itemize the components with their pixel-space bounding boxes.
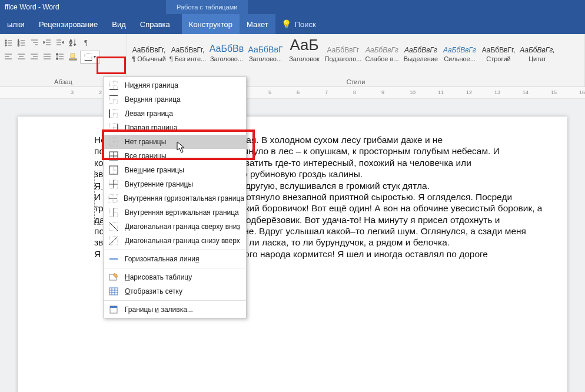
style-item[interactable]: АаБбВвГгСлабое в... xyxy=(363,36,401,64)
menu-item-label: Диагональная граница снизу вверх xyxy=(125,237,240,245)
show-marks-button[interactable]: ¶ xyxy=(80,36,92,48)
bullets-button[interactable] xyxy=(2,36,14,48)
style-item[interactable]: АаБбВвГгВыделение xyxy=(401,36,440,64)
bulb-icon: 💡 xyxy=(281,19,291,29)
style-item[interactable]: АаБбВвГг,Строгий xyxy=(479,36,518,64)
borders-dropdown: Нижняя границаВерхняя границаЛевая грани… xyxy=(103,77,247,318)
tab-design[interactable]: Конструктор xyxy=(182,14,240,34)
menu-item-label: Внутренняя вертикальная граница xyxy=(125,208,239,217)
bottom-border-icon xyxy=(108,80,119,91)
justify-button[interactable] xyxy=(41,51,53,62)
style-name: Слабое в... xyxy=(365,55,398,62)
menu-item-draw[interactable]: Нарисовать таблицу xyxy=(104,270,246,284)
left-border-icon xyxy=(108,108,119,119)
menu-item-diag-up[interactable]: Диагональная граница снизу вверх xyxy=(104,234,246,248)
tell-me-search[interactable]: 💡 Поиск xyxy=(275,14,322,34)
style-name: Заголово... xyxy=(249,55,282,62)
tab-links[interactable]: ылки xyxy=(0,14,32,34)
style-name: Цитат xyxy=(529,55,546,62)
grid-border-icon xyxy=(108,286,119,297)
borders-button[interactable]: ▾ xyxy=(80,51,100,64)
none-border-icon xyxy=(108,137,119,147)
top-border-icon xyxy=(108,94,119,105)
tab-help[interactable]: Справка xyxy=(133,14,177,34)
menu-item-bottom[interactable]: Нижняя граница xyxy=(104,78,246,92)
right-border-icon xyxy=(108,122,119,133)
tab-layout[interactable]: Макет xyxy=(240,14,275,34)
borders-icon xyxy=(84,53,92,61)
ruler-mark: 2 xyxy=(99,89,102,95)
menu-item-label: Верхняя граница xyxy=(125,95,181,104)
draw-border-icon xyxy=(108,272,119,283)
svg-line-83 xyxy=(109,222,118,231)
tab-view[interactable]: Вид xyxy=(105,14,133,34)
svg-rect-46 xyxy=(85,54,92,61)
chevron-down-icon: ▾ xyxy=(94,55,96,59)
svg-marker-22 xyxy=(62,41,64,44)
style-preview: АаБбВвГг, xyxy=(482,38,516,54)
svg-text:Z: Z xyxy=(69,42,72,46)
menu-item-label: Диагональная граница сверху вниз xyxy=(125,222,240,231)
menu-item-outside[interactable]: Внешние границы xyxy=(104,163,246,177)
menu-item-label: Правая граница xyxy=(125,124,177,132)
menu-item-label: Отобразить сетку xyxy=(125,287,182,295)
menu-item-label: Все границы xyxy=(125,152,167,160)
contextual-tab-label: Работа с таблицами xyxy=(166,0,248,14)
menu-item-label: Внешние границы xyxy=(125,166,184,174)
numbering-button[interactable]: 123 xyxy=(15,36,27,48)
svg-point-2 xyxy=(5,42,6,44)
menu-item-none[interactable]: Нет границы xyxy=(104,135,246,149)
outside-border-icon xyxy=(108,165,119,175)
style-item[interactable]: АаБбВвЗаголово... xyxy=(207,36,246,64)
multilevel-button[interactable] xyxy=(28,36,40,48)
menu-item-inner-v[interactable]: Внутренняя вертикальная граница xyxy=(104,205,246,220)
ruler-mark: 12 xyxy=(466,89,472,95)
style-item[interactable]: АаБбВвГг,Цитат xyxy=(518,36,557,64)
menu-item-top[interactable]: Верхняя граница xyxy=(104,92,246,107)
tab-review[interactable]: Рецензирование xyxy=(32,14,105,34)
menu-item-right[interactable]: Правая граница xyxy=(104,121,246,135)
style-name: ¶ Обычный xyxy=(132,55,166,62)
all-border-icon xyxy=(108,151,119,161)
inner-h-border-icon xyxy=(108,193,118,204)
style-item[interactable]: АаБбВвГгПодзаголо... xyxy=(324,36,363,64)
style-preview: АаБбВв xyxy=(210,38,244,54)
style-name: Заголовок xyxy=(289,55,320,62)
increase-indent-button[interactable] xyxy=(54,36,66,48)
align-left-button[interactable] xyxy=(2,51,14,62)
menu-item-diag-down[interactable]: Диагональная граница сверху вниз xyxy=(104,220,246,234)
style-item[interactable]: АаБбВвГгСильное... xyxy=(440,36,479,64)
page-area: Не е грибная. В холодном сухом лесу гриб… xyxy=(0,99,585,392)
ruler-mark: 11 xyxy=(438,89,444,95)
menu-item-dialog[interactable]: Границы и заливка... xyxy=(104,303,246,317)
dialog-border-icon xyxy=(108,304,119,315)
search-label: Поиск xyxy=(295,20,316,29)
style-preview: АаБбВвГг, xyxy=(520,38,554,54)
menu-item-hline[interactable]: Горизонтальная линия xyxy=(104,252,246,266)
menu-item-grid[interactable]: Отобразить сетку xyxy=(104,284,246,298)
menu-item-all[interactable]: Все границы xyxy=(104,149,246,163)
svg-marker-26 xyxy=(74,44,76,46)
ruler[interactable]: 3211234567891011121314151617 xyxy=(0,87,585,99)
align-right-button[interactable] xyxy=(28,51,40,62)
style-item[interactable]: АаБЗаголовок xyxy=(285,36,324,64)
svg-rect-88 xyxy=(109,288,118,295)
style-item[interactable]: АаБбВвГг,¶ Без инте... xyxy=(168,36,207,64)
style-item[interactable]: АаБбВвГг,¶ Обычный xyxy=(129,36,168,64)
style-preview: АаБбВвГг, xyxy=(132,38,166,54)
menu-item-label: Горизонтальная линия xyxy=(125,255,199,263)
align-center-button[interactable] xyxy=(15,51,27,62)
shading-button[interactable] xyxy=(67,51,79,62)
sort-button[interactable]: AZ xyxy=(67,36,79,48)
style-item[interactable]: АаБбВвГЗаголово... xyxy=(246,36,285,64)
line-spacing-button[interactable] xyxy=(54,51,66,62)
menu-item-label: Левая граница xyxy=(125,109,173,118)
svg-text:3: 3 xyxy=(18,44,19,46)
menu-item-left[interactable]: Левая граница xyxy=(104,107,246,121)
svg-point-4 xyxy=(5,45,6,46)
decrease-indent-button[interactable] xyxy=(41,36,53,48)
ribbon: 123 AZ ¶ ▾ Абзац АаБбВв xyxy=(0,34,585,87)
menu-item-inner-h[interactable]: Внутренняя горизонтальная граница xyxy=(104,191,246,205)
menu-item-inside[interactable]: Внутренние границы xyxy=(104,177,246,191)
menu-item-label: Внутренние границы xyxy=(125,180,193,188)
